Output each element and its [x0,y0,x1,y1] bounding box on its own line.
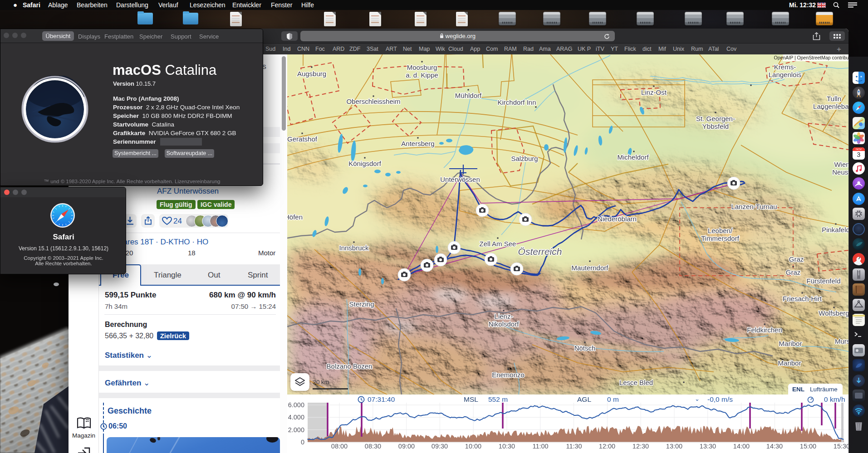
svg-text:Ybbsfeld: Ybbsfeld [702,122,729,130]
svg-text:Wien-: Wien- [834,161,848,168]
svg-text:Feldkirchen: Feldkirchen [747,326,782,334]
svg-text:OpenAIP | OpenStreetMap contri: OpenAIP | OpenStreetMap contributors [774,55,848,60]
svg-text:St. Georgen-: St. Georgen- [696,115,735,122]
svg-text:Bolzano Bozen: Bolzano Bozen [327,362,373,370]
svg-text:Unterwössen: Unterwössen [440,175,480,183]
svg-text:12:00: 12:00 [599,443,615,450]
svg-text:13:30: 13:30 [700,443,716,450]
svg-text:Micheldorf: Micheldorf [617,153,649,161]
svg-text:0: 0 [301,438,304,446]
svg-text:Salzburg: Salzburg [511,155,538,162]
svg-text:Fürstenfeld: Fürstenfeld [806,277,840,285]
svg-text:14:00: 14:00 [733,443,750,450]
svg-text:Wolfsberg: Wolfsberg [819,309,848,317]
svg-text:Langenlois: Langenlois [769,71,802,78]
svg-text:Lienz-: Lienz- [495,312,513,320]
svg-text:Langenlebarn: Langenlebarn [813,102,848,110]
svg-text:Neusta: Neusta [832,168,848,176]
svg-text:09:30: 09:30 [432,443,448,450]
svg-text:4.000: 4.000 [288,414,304,421]
svg-text:15:00: 15:00 [800,443,816,450]
svg-text:12:30: 12:30 [633,443,649,450]
svg-text:13:00: 13:00 [666,443,682,450]
svg-text:Maribor: Maribor [779,340,802,347]
svg-text:10:30: 10:30 [499,443,515,450]
svg-text:Innsbruck: Innsbruck [339,244,369,252]
svg-text:Leoben/: Leoben/ [708,227,733,234]
svg-text:Graz: Graz [789,255,804,263]
svg-text:2.000: 2.000 [288,426,304,434]
svg-text:Königsdorf: Königsdorf [348,160,382,167]
svg-text:Antersberg: Antersberg [401,140,434,147]
svg-text:Sterzing: Sterzing [349,300,374,308]
svg-text:Lesce Bled: Lesce Bled [619,379,653,386]
svg-text:08:30: 08:30 [365,443,381,450]
svg-text:Mühldorf: Mühldorf [455,92,482,99]
svg-text:Höfen: Höfen [287,213,303,221]
svg-text:6.000: 6.000 [288,401,304,409]
svg-text:Pinkafeld: Pinkafeld [822,226,848,234]
svg-text:Oberschleissheim: Oberschleissheim [346,97,400,105]
svg-text:14:30: 14:30 [766,443,783,450]
svg-text:Augsburg: Augsburg [297,70,326,78]
svg-text:Friesach-Hirt: Friesach-Hirt [783,295,822,302]
svg-text:Krems-: Krems- [774,63,796,71]
svg-text:Nötsch: Nötsch [574,344,596,352]
svg-text:Enemonzo: Enemonzo [492,371,525,379]
svg-text:Kirchdorf Inn: Kirchdorf Inn [497,98,536,106]
svg-text:Linz-Ost: Linz-Ost [641,88,667,96]
svg-text:08:00: 08:00 [331,443,348,450]
svg-text:Maribor: Maribor [778,359,801,367]
svg-text:a. d. Kippe: a. d. Kippe [406,71,438,79]
svg-text:15:30: 15:30 [834,443,848,450]
svg-text:Nikolsdorf: Nikolsdorf [489,320,520,328]
svg-text:Zell Am See: Zell Am See [480,240,516,248]
svg-text:Moosburg: Moosburg [407,63,437,71]
svg-text:Niederöblarn: Niederöblarn [598,215,637,223]
svg-text:Timmersdorf: Timmersdorf [701,234,739,242]
svg-text:Geratshof: Geratshof [287,135,318,143]
svg-text:Mauterndorf: Mauterndorf [572,264,609,272]
svg-text:11:30: 11:30 [566,443,582,450]
svg-text:Lanzen-Turnau: Lanzen-Turnau [731,203,777,210]
svg-text:Murska Sob: Murska Sob [835,337,848,345]
svg-text:11:00: 11:00 [532,443,548,450]
svg-text:10:00: 10:00 [465,443,481,450]
svg-text:Graz: Graz [786,268,801,276]
svg-text:09:00: 09:00 [398,443,415,450]
svg-text:Österreich: Österreich [518,246,562,257]
svg-text:Tulln: Tulln [827,95,841,102]
